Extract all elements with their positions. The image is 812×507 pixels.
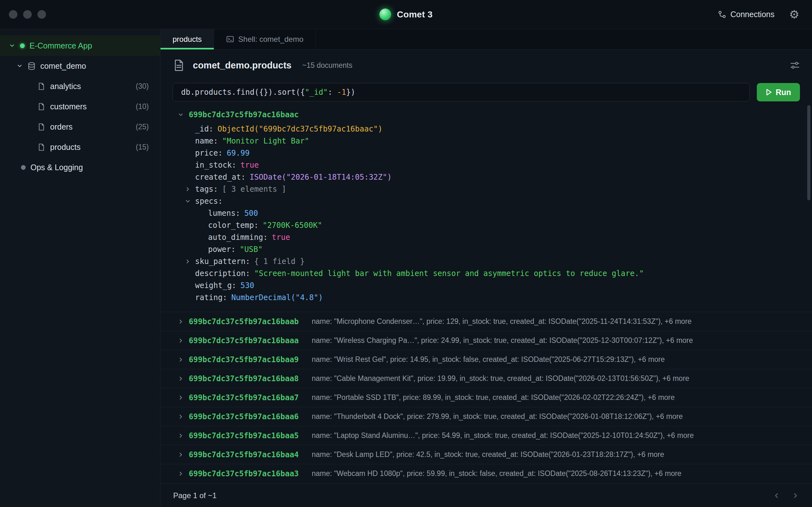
play-icon — [766, 89, 772, 96]
connections-button[interactable]: Connections — [718, 10, 774, 19]
document-row[interactable]: 699bc7dc37c5fb97ac16baa3name: "Webcam HD… — [160, 464, 812, 483]
document-icon — [38, 123, 45, 131]
document-row[interactable]: 699bc7dc37c5fb97ac16baa7name: "Portable … — [160, 388, 812, 407]
document-row[interactable]: 699bc7dc37c5fb97ac16baa9name: "Wrist Res… — [160, 350, 812, 369]
collection-count: (30) — [136, 82, 149, 91]
query-bar: db.products.find({}).sort({"_id": -1}) R… — [160, 81, 812, 103]
query-input[interactable]: db.products.find({}).sort({"_id": -1}) — [172, 83, 750, 101]
chevron-right-icon[interactable] — [185, 258, 195, 265]
field-key: power: — [208, 245, 236, 254]
app-window: Comet 3 Connections ⚙ E-Commerce App — [0, 0, 812, 507]
connection-status-dot — [21, 165, 26, 170]
field-key: _id: — [195, 124, 213, 133]
run-query-button[interactable]: Run — [757, 83, 800, 101]
doc-field-price[interactable]: price:69.99 — [160, 147, 812, 159]
chevron-right-icon[interactable] — [177, 337, 184, 344]
doc-field-created_at[interactable]: created_at:ISODate("2026-01-18T14:05:32Z… — [160, 171, 812, 183]
chevron-down-icon[interactable] — [9, 43, 15, 49]
doc-field-auto_dimming[interactable]: auto_dimming:true — [160, 231, 812, 243]
window-close-button[interactable] — [9, 10, 17, 19]
field-value: { 1 field } — [254, 257, 305, 266]
chevron-down-icon[interactable] — [185, 198, 195, 205]
document-id: 699bc7dc37c5fb97ac16baab — [189, 317, 299, 326]
doc-field-name[interactable]: name:"Monitor Light Bar" — [160, 135, 812, 147]
collection-title: comet_demo.products — [193, 60, 292, 71]
sidebar-collection-orders[interactable]: orders(25) — [0, 117, 160, 137]
previous-page-button[interactable] — [773, 492, 780, 499]
doc-field-_id[interactable]: _id:ObjectId("699bc7dc37c5fb97ac16baac") — [160, 123, 812, 135]
collection-count: (25) — [136, 123, 149, 131]
collapsed-documents: 699bc7dc37c5fb97ac16baabname: "Microphon… — [160, 312, 812, 483]
collection-label: customers — [50, 102, 131, 111]
chevron-right-icon[interactable] — [185, 186, 195, 192]
field-key: lumens: — [208, 209, 240, 218]
settings-gear-icon[interactable]: ⚙ — [789, 9, 799, 20]
run-button-label: Run — [775, 88, 791, 97]
document-count: ~15 documents — [302, 61, 352, 70]
document-id: 699bc7dc37c5fb97ac16baac — [189, 110, 299, 119]
document-preview: name: "Thunderbolt 4 Dock", price: 279.9… — [312, 412, 683, 421]
document-id: 699bc7dc37c5fb97ac16baa9 — [189, 355, 299, 364]
document-id: 699bc7dc37c5fb97ac16baa4 — [189, 450, 299, 459]
doc-field-tags[interactable]: tags:[ 3 elements ] — [160, 183, 812, 195]
field-value: "2700K-6500K" — [263, 221, 322, 230]
window-minimize-button[interactable] — [23, 10, 32, 19]
tab-shell-comet-demo[interactable]: Shell: comet_demo — [214, 29, 316, 49]
database-icon — [27, 62, 36, 70]
document-row[interactable]: 699bc7dc37c5fb97ac16baabname: "Microphon… — [160, 312, 812, 331]
doc-field-description[interactable]: description:"Screen-mounted light bar wi… — [160, 268, 812, 279]
chevron-right-icon[interactable] — [177, 356, 184, 363]
field-value: "USB" — [240, 245, 263, 254]
page-indicator: Page 1 of ~1 — [173, 491, 217, 500]
view-options-sliders-icon[interactable] — [790, 60, 800, 70]
expanded-document-header[interactable]: 699bc7dc37c5fb97ac16baac — [160, 107, 812, 123]
scrollbar-thumb[interactable] — [807, 105, 810, 200]
doc-field-sku_pattern[interactable]: sku_pattern:{ 1 field } — [160, 256, 812, 268]
document-icon — [38, 103, 45, 111]
document-row[interactable]: 699bc7dc37c5fb97ac16baaaname: "Wireless … — [160, 331, 812, 350]
field-key: price: — [195, 149, 223, 158]
doc-field-lumens[interactable]: lumens:500 — [160, 207, 812, 219]
chevron-right-icon[interactable] — [177, 452, 184, 458]
sidebar-connection-ecommerce-app[interactable]: E-Commerce App — [0, 36, 160, 56]
document-row[interactable]: 699bc7dc37c5fb97ac16baa5name: "Laptop St… — [160, 426, 812, 445]
app-logo — [379, 9, 391, 20]
doc-field-rating[interactable]: rating:NumberDecimal("4.8") — [160, 291, 812, 303]
next-page-button[interactable] — [792, 492, 799, 499]
doc-field-specs[interactable]: specs: — [160, 195, 812, 207]
field-value: true — [272, 233, 290, 242]
chevron-right-icon[interactable] — [177, 413, 184, 420]
field-key: color_temp: — [208, 221, 258, 230]
chevron-right-icon[interactable] — [177, 376, 184, 382]
document-row[interactable]: 699bc7dc37c5fb97ac16baa6name: "Thunderbo… — [160, 407, 812, 426]
doc-field-in_stock[interactable]: in_stock:true — [160, 159, 812, 171]
sidebar-collection-customers[interactable]: customers(10) — [0, 96, 160, 117]
sidebar-database-comet-demo[interactable]: comet_demo — [0, 56, 160, 76]
doc-field-weight_g[interactable]: weight_g:530 — [160, 279, 812, 291]
field-key: rating: — [195, 293, 227, 302]
document-row[interactable]: 699bc7dc37c5fb97ac16baa4name: "Desk Lamp… — [160, 445, 812, 464]
doc-field-power[interactable]: power:"USB" — [160, 243, 812, 256]
doc-field-color_temp[interactable]: color_temp:"2700K-6500K" — [160, 219, 812, 231]
document-preview: name: "Laptop Stand Aluminu…", price: 54… — [312, 431, 694, 440]
document-id: 699bc7dc37c5fb97ac16baa8 — [189, 374, 299, 383]
chevron-down-icon[interactable] — [177, 112, 184, 118]
chevron-down-icon[interactable] — [16, 63, 23, 69]
sidebar-collection-products[interactable]: products(15) — [0, 137, 160, 157]
tab-products[interactable]: products — [160, 29, 214, 49]
document-id: 699bc7dc37c5fb97ac16baaa — [189, 336, 299, 345]
sidebar-collection-analytics[interactable]: analytics(30) — [0, 76, 160, 96]
document-id: 699bc7dc37c5fb97ac16baa7 — [189, 393, 299, 402]
field-value: ObjectId("699bc7dc37c5fb97ac16baac") — [217, 124, 383, 133]
document-id: 699bc7dc37c5fb97ac16baa3 — [189, 469, 299, 478]
chevron-right-icon[interactable] — [177, 433, 184, 439]
chevron-right-icon[interactable] — [177, 395, 184, 401]
sidebar-connection-ops-logging[interactable]: Ops & Logging — [0, 157, 160, 177]
document-preview: name: "Webcam HD 1080p", price: 59.99, i… — [312, 469, 681, 478]
field-key: in_stock: — [195, 161, 236, 170]
document-row[interactable]: 699bc7dc37c5fb97ac16baa8name: "Cable Man… — [160, 369, 812, 388]
chevron-right-icon[interactable] — [177, 470, 184, 477]
window-zoom-button[interactable] — [38, 10, 46, 19]
main-panel: productsShell: comet_demo comet_demo.pro… — [160, 29, 812, 507]
chevron-right-icon[interactable] — [177, 319, 184, 325]
